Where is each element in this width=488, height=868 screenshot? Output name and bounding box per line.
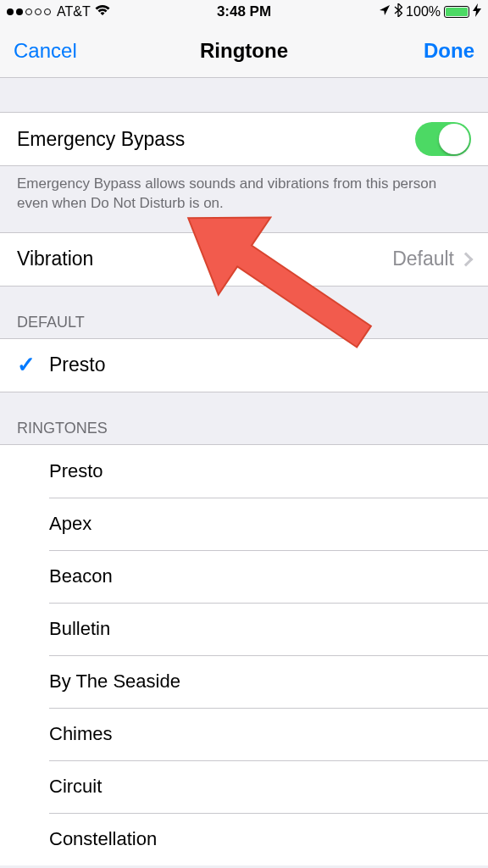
done-button[interactable]: Done [410, 24, 488, 77]
ringtone-row[interactable]: Apex [0, 498, 488, 550]
ringtone-label: Presto [49, 460, 103, 482]
section-header-default: DEFAULT [0, 287, 488, 338]
cancel-button[interactable]: Cancel [0, 24, 91, 77]
status-time: 3:48 PM [0, 3, 488, 20]
section-header-ringtones: RINGTONES [0, 392, 488, 444]
ringtone-row[interactable]: Presto [0, 445, 488, 498]
default-ringtone-row[interactable]: ✓ Presto [0, 338, 488, 392]
default-ringtone-label: Presto [49, 353, 105, 376]
ringtone-row[interactable]: Constellation [0, 813, 488, 865]
vibration-label: Vibration [17, 248, 392, 270]
ringtone-label: Beacon [49, 565, 113, 587]
ringtone-label: Bulletin [49, 618, 110, 640]
vibration-value: Default [392, 248, 454, 270]
emergency-bypass-cell[interactable]: Emergency Bypass [0, 112, 488, 166]
emergency-bypass-label: Emergency Bypass [17, 128, 415, 151]
emergency-bypass-toggle[interactable] [415, 122, 471, 156]
ringtone-row[interactable]: Bulletin [0, 603, 488, 655]
ringtone-label: Circuit [49, 776, 102, 798]
ringtone-label: Constellation [49, 828, 157, 850]
ringtone-label: By The Seaside [49, 670, 180, 693]
ringtone-row[interactable]: Chimes [0, 708, 488, 760]
ringtone-row[interactable]: Circuit [0, 760, 488, 813]
vibration-cell[interactable]: Vibration Default [0, 232, 488, 287]
status-bar: AT&T 3:48 PM 100% [0, 0, 488, 24]
ringtone-label: Apex [49, 513, 92, 535]
ringtone-row[interactable]: By The Seaside [0, 655, 488, 708]
ringtone-label: Chimes [49, 723, 113, 745]
ringtones-list: Presto Apex Beacon Bulletin By The Seasi… [0, 444, 488, 865]
chevron-right-icon [459, 252, 474, 266]
ringtone-row[interactable]: Beacon [0, 550, 488, 603]
nav-bar: Cancel Ringtone Done [0, 24, 488, 78]
page-title: Ringtone [200, 39, 288, 63]
emergency-bypass-footer: Emergency Bypass allows sounds and vibra… [0, 166, 488, 232]
battery-icon [444, 6, 469, 18]
checkmark-icon: ✓ [17, 352, 41, 378]
